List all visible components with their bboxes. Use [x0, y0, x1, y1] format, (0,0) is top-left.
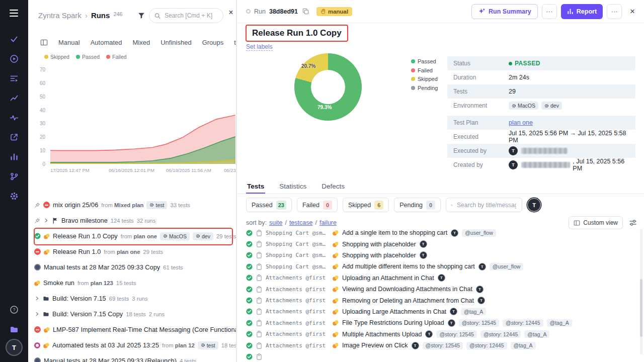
test-row[interactable]: Shopping Cart @sm… Shopping with placeho… — [237, 250, 639, 261]
filter-passed-button[interactable]: Passed23 — [246, 198, 292, 212]
tab-manual[interactable]: Manual — [58, 39, 80, 46]
help-icon[interactable]: ? — [5, 301, 24, 319]
run-icon[interactable] — [5, 50, 24, 68]
run-list-item[interactable]: Release Run 1.0 from plan one 29 tests — [28, 244, 236, 259]
tests-search-input[interactable] — [456, 201, 517, 209]
run-list-item[interactable]: Manual tests at 28 Mar 2025 09:33 Copy 6… — [28, 259, 236, 275]
tag-badge[interactable]: @story: 12445 — [480, 330, 521, 338]
tests-icon[interactable] — [5, 30, 24, 48]
tag-badge[interactable]: @tag_A — [511, 342, 536, 349]
test-row[interactable]: Attachments @first Uploading Large Attac… — [237, 306, 639, 317]
filter-funnel-icon[interactable] — [135, 9, 148, 22]
export-icon[interactable] — [5, 128, 24, 146]
tag-badge[interactable]: @story: 12445 — [503, 319, 543, 327]
tag-badge[interactable]: @story: 12545 — [436, 330, 476, 338]
chevron-right-icon[interactable] — [34, 311, 40, 317]
chevron-right-icon[interactable] — [34, 296, 40, 301]
tab-tests[interactable]: Tests — [246, 179, 265, 194]
chevron-right-icon[interactable] — [43, 218, 49, 223]
test-row-partial[interactable] — [237, 351, 639, 362]
run-runs-count: 2 runs — [149, 311, 165, 317]
run-list-item-selected[interactable]: Release Run 1.0 Copy from plan one MacOS… — [28, 228, 236, 244]
tab-unfinished[interactable]: Unfinished — [160, 39, 191, 46]
runs-panel-close-icon[interactable]: × — [225, 7, 236, 18]
test-plan-link[interactable]: plan one — [509, 119, 533, 126]
breadcrumb-project[interactable]: Zyntra Spark — [38, 11, 82, 20]
tag-badge[interactable]: @story: 12545 — [423, 342, 463, 349]
assignee-filter-avatar[interactable]: T — [527, 198, 541, 212]
projects-folder-icon[interactable] — [5, 320, 24, 338]
runs-search-input[interactable] — [164, 12, 218, 20]
set-labels-link[interactable]: Set labels — [246, 43, 273, 51]
test-row[interactable]: Shopping Cart @sm… Add multiple differen… — [237, 261, 639, 272]
filter-skipped-button[interactable]: Skipped6 — [343, 198, 389, 212]
menu-icon[interactable] — [5, 4, 24, 22]
tag-badge[interactable]: @tag_A — [461, 308, 486, 315]
test-row[interactable]: Shopping Cart @sm… Shopping with placeho… — [237, 238, 639, 249]
run-tests-count: 61 tests — [163, 264, 183, 270]
testcase-icon — [256, 297, 262, 304]
filter-failed-button[interactable]: Failed0 — [297, 198, 338, 212]
pin-icon — [34, 202, 40, 208]
pulse-icon[interactable] — [5, 109, 24, 127]
y-tick: 60 — [30, 80, 45, 86]
more-options-icon[interactable]: ··· — [542, 4, 557, 19]
tag-badge[interactable]: @story: 12445 — [466, 342, 507, 349]
test-row[interactable]: Attachments @first File Type Restriction… — [237, 317, 639, 328]
testcase-icon — [256, 252, 262, 258]
copy-icon[interactable] — [301, 8, 310, 15]
tab-groups[interactable]: Groups — [202, 39, 224, 46]
run-list-item[interactable]: Build: Version 7.15 69 tests 3 runs — [28, 291, 236, 306]
close-run-detail-icon[interactable]: × — [628, 7, 637, 17]
sort-suite-link[interactable]: suite — [269, 219, 282, 226]
tag-badge[interactable]: @user_flow — [490, 263, 524, 270]
tag-badge[interactable]: @story: 12545 — [459, 319, 499, 327]
run-list-item[interactable]: Manual tests at 28 Mar 2025 09:33 (Relau… — [28, 353, 236, 362]
settings-gear-icon[interactable] — [5, 187, 24, 205]
run-title: Manual tests at 28 Mar 2025 09:33 Copy — [44, 263, 160, 271]
run-list-item[interactable]: Smoke run from plan 123 15 tests — [28, 275, 236, 291]
test-row[interactable]: Attachments @first Removing or Deleting … — [237, 295, 639, 306]
reports-icon[interactable] — [5, 148, 24, 166]
runs-list-icon[interactable] — [5, 69, 24, 87]
test-row[interactable]: Attachments @first Viewing and Downloadi… — [237, 284, 639, 295]
tag-badge[interactable]: @tag_A — [547, 319, 572, 327]
run-summary-button[interactable]: Run Summary — [471, 4, 538, 19]
integrations-icon[interactable] — [5, 167, 24, 186]
report-button[interactable]: Report — [561, 4, 603, 19]
scrollbar-thumb[interactable] — [640, 279, 642, 337]
analytics-icon[interactable] — [5, 89, 24, 107]
run-list-item[interactable]: LMP-587 Implement Real-Time Chat Messagi… — [28, 322, 236, 337]
test-row[interactable]: Attachments @first Uploading an Attachme… — [237, 273, 639, 284]
tab-mixed[interactable]: Mixed — [133, 39, 150, 46]
test-row[interactable]: Shopping Cart @sm… Add a single item to … — [237, 227, 639, 238]
run-list-item[interactable]: mix origin 25/06 from Mixed plan test 33… — [28, 197, 236, 213]
tag-badge[interactable]: @user_flow — [462, 229, 496, 237]
tag-badge[interactable]: @tag_A — [524, 330, 549, 338]
tab-statistics[interactable]: Statistics — [278, 179, 307, 194]
run-title: Automated tests at 03 Jul 2025 13:25 — [52, 341, 159, 349]
sparkle-icon — [478, 8, 486, 15]
filter-pending-button[interactable]: Pending0 — [394, 198, 441, 212]
emoji-icon — [333, 331, 339, 337]
x-tick: 06/18/2025 12:01 PM — [109, 167, 154, 173]
test-row[interactable]: Attachments @first Image Preview on Clic… — [237, 340, 639, 351]
run-list-item[interactable]: Bravo milestone 124 tests 32 runs — [28, 213, 236, 228]
runs-view-icon[interactable] — [40, 39, 48, 46]
run-status-in-progress-icon — [34, 357, 41, 362]
tab-defects[interactable]: Defects — [320, 179, 346, 194]
sort-testcase-link[interactable]: testcase — [289, 219, 313, 226]
more-options-icon[interactable]: ··· — [607, 4, 622, 19]
test-row[interactable]: Attachments @first Multiple Attachments … — [237, 329, 639, 340]
sort-failure-link[interactable]: failure — [319, 219, 337, 226]
view-settings-sliders-icon[interactable] — [629, 219, 637, 227]
run-list-item[interactable]: Automated tests at 03 Jul 2025 13:25 fro… — [28, 337, 236, 353]
run-list-item[interactable]: Build: Version 7.15 Copy 18 tests 2 runs — [28, 306, 236, 322]
donut-passed-percent: 79.3% — [317, 105, 332, 110]
report-chart-icon — [567, 8, 574, 15]
pending-dot — [411, 86, 415, 90]
user-avatar[interactable]: T — [7, 340, 22, 355]
test-title: File Type Restrictions During Upload — [342, 319, 444, 326]
tab-test-clipped[interactable]: tes — [234, 39, 236, 46]
tab-automated[interactable]: Automated — [91, 39, 122, 46]
